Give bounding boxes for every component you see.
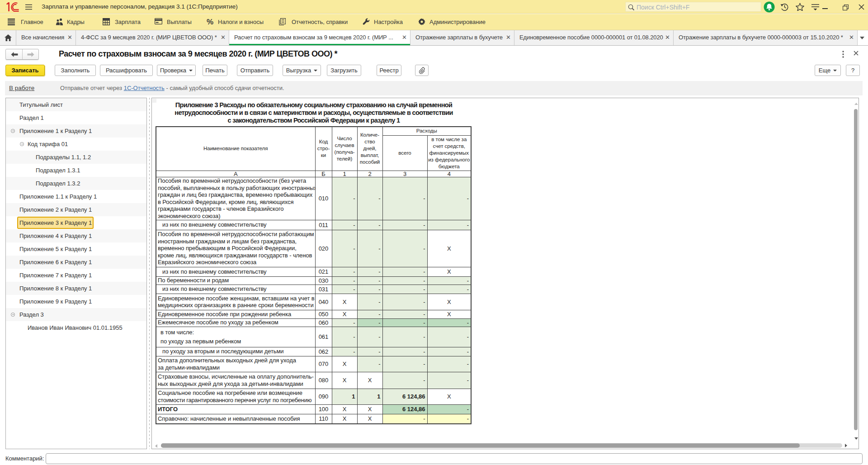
svg-text:%: %	[207, 18, 213, 25]
